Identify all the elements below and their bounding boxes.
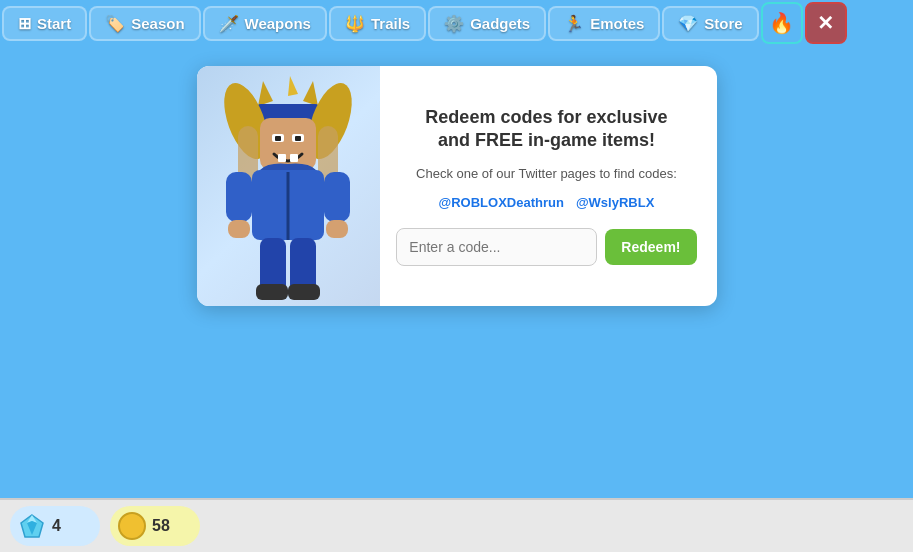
redeem-subtitle: Check one of our Twitter pages to find c… bbox=[396, 165, 696, 183]
redeem-panel: Redeem codes for exclusive and FREE in-g… bbox=[197, 66, 717, 306]
nav-close-button[interactable]: ✕ bbox=[805, 2, 847, 44]
twitter-handle-1: @ROBLOXDeathrun bbox=[439, 195, 564, 210]
redeem-title: Redeem codes for exclusive and FREE in-g… bbox=[396, 106, 696, 153]
nav-start-button[interactable]: ⊞ Start bbox=[2, 6, 87, 41]
main-content: Redeem codes for exclusive and FREE in-g… bbox=[0, 46, 913, 498]
redeem-input-row: Redeem! bbox=[396, 228, 696, 266]
svg-marker-1 bbox=[288, 76, 298, 96]
svg-rect-12 bbox=[290, 154, 298, 162]
redeem-title-line1: Redeem codes for exclusive bbox=[425, 107, 667, 127]
diamond-stat: 4 bbox=[10, 506, 100, 546]
svg-rect-11 bbox=[278, 154, 286, 162]
svg-rect-18 bbox=[228, 220, 250, 238]
redeem-code-input[interactable] bbox=[396, 228, 597, 266]
status-bar: 4 58 bbox=[0, 498, 913, 552]
redeem-content: Redeem codes for exclusive and FREE in-g… bbox=[380, 66, 716, 306]
coin-icon bbox=[118, 512, 146, 540]
store-icon: 💎 bbox=[678, 14, 698, 33]
nav-emotes-button[interactable]: 🏃 Emotes bbox=[548, 6, 660, 41]
emotes-icon: 🏃 bbox=[564, 14, 584, 33]
redeem-title-line2: and FREE in-game items! bbox=[438, 130, 655, 150]
svg-marker-0 bbox=[258, 81, 273, 106]
nav-gadgets-button[interactable]: ⚙️ Gadgets bbox=[428, 6, 546, 41]
nav-season-button[interactable]: 🏷️ Season bbox=[89, 6, 200, 41]
nav-weapons-button[interactable]: 🗡️ Weapons bbox=[203, 6, 327, 41]
svg-rect-10 bbox=[295, 136, 301, 141]
redeem-button[interactable]: Redeem! bbox=[605, 229, 696, 265]
svg-rect-19 bbox=[326, 220, 348, 238]
diamond-icon bbox=[18, 512, 46, 540]
nav-trails-button[interactable]: 🔱 Trails bbox=[329, 6, 426, 41]
svg-rect-16 bbox=[226, 172, 252, 222]
diamond-count: 4 bbox=[52, 517, 61, 535]
trails-icon: 🔱 bbox=[345, 14, 365, 33]
gadgets-icon: ⚙️ bbox=[444, 14, 464, 33]
coin-stat: 58 bbox=[110, 506, 200, 546]
redeem-avatar bbox=[197, 66, 381, 306]
svg-rect-17 bbox=[324, 172, 350, 222]
character-illustration bbox=[208, 76, 368, 306]
close-icon: ✕ bbox=[817, 11, 834, 35]
nav-bar: ⊞ Start 🏷️ Season 🗡️ Weapons 🔱 Trails ⚙️… bbox=[0, 0, 913, 46]
svg-marker-2 bbox=[303, 81, 318, 106]
nav-fire-button[interactable]: 🔥 bbox=[761, 2, 803, 44]
start-icon: ⊞ bbox=[18, 14, 31, 33]
redeem-handles: @ROBLOXDeathrun @WslyRBLX bbox=[396, 195, 696, 210]
fire-icon: 🔥 bbox=[769, 11, 794, 35]
nav-store-button[interactable]: 💎 Store bbox=[662, 6, 758, 41]
svg-rect-9 bbox=[275, 136, 281, 141]
svg-rect-22 bbox=[256, 284, 288, 300]
season-icon: 🏷️ bbox=[105, 14, 125, 33]
twitter-handle-2: @WslyRBLX bbox=[576, 195, 654, 210]
svg-rect-23 bbox=[288, 284, 320, 300]
coin-count: 58 bbox=[152, 517, 170, 535]
weapons-icon: 🗡️ bbox=[219, 14, 239, 33]
